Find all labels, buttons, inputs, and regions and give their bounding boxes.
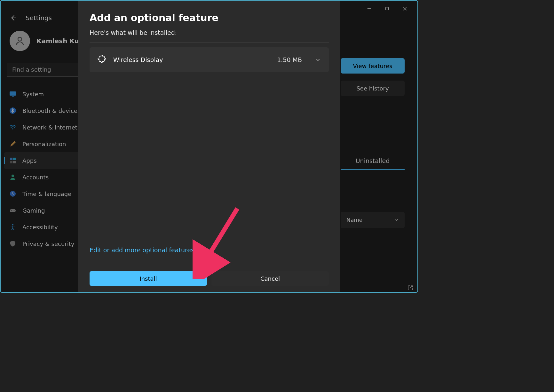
divider [90,242,329,242]
edit-features-link[interactable]: Edit or add more optional features [90,247,329,254]
dialog-title: Add an optional feature [90,12,329,23]
chevron-down-icon [315,57,321,63]
feature-size: 1.50 MB [277,56,302,63]
dialog-subtitle: Here's what will be installed: [90,29,329,36]
cancel-button[interactable]: Cancel [211,271,329,286]
add-feature-dialog: Add an optional feature Here's what will… [78,1,340,293]
divider [90,43,329,43]
feature-row[interactable]: Wireless Display 1.50 MB [90,47,329,72]
puzzle-icon [97,55,106,65]
install-button[interactable]: Install [90,271,207,286]
feature-name: Wireless Display [113,56,270,63]
